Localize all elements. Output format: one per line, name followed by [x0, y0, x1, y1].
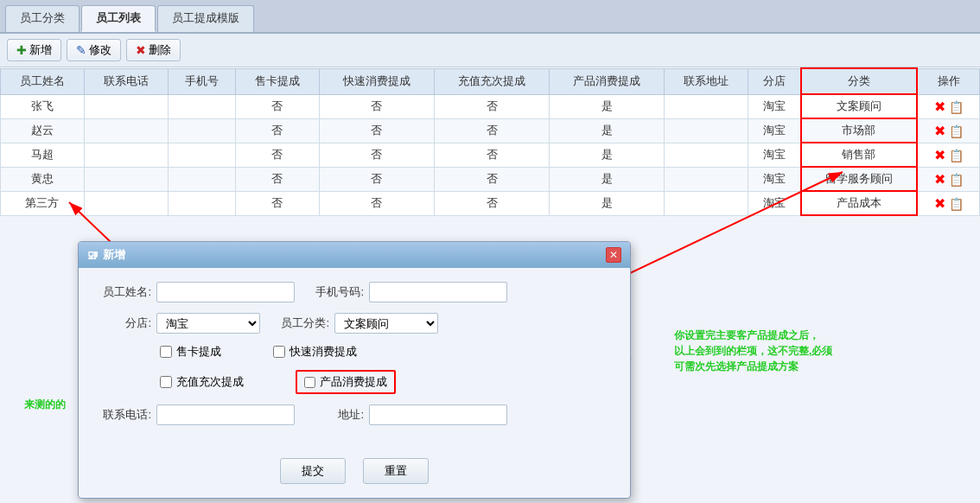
- add-icon: ✚: [16, 43, 27, 57]
- new-employee-dialog: 🖳 新增 ✕ 员工姓名: 手机号码: 分店:: [78, 241, 631, 499]
- submit-button[interactable]: 提交: [280, 458, 346, 484]
- table-cell: [84, 143, 168, 167]
- table-cell: [665, 94, 748, 118]
- table-row: 赵云否否否是淘宝市场部✖📋: [1, 118, 980, 143]
- table-cell: 淘宝: [748, 118, 801, 143]
- table-cell: 否: [434, 167, 549, 191]
- table-cell: 否: [319, 94, 434, 118]
- employee-table: 员工姓名 联系电话 手机号 售卡提成 快速消费提成 充值充次提成 产品消费提成 …: [0, 67, 980, 216]
- quick-checkbox-group: 快速消费提成: [273, 344, 357, 360]
- table-cell: [84, 191, 168, 215]
- address-input[interactable]: [369, 404, 507, 425]
- table-cell: 否: [236, 118, 320, 143]
- edit-button[interactable]: ✎ 修改: [67, 39, 121, 61]
- table-cell-category: 市场部: [801, 118, 918, 143]
- recharge-checkbox[interactable]: [160, 376, 172, 388]
- address-group: 地址:: [312, 404, 507, 425]
- checkbox-row-1: 售卡提成 快速消费提成: [99, 344, 609, 360]
- quick-checkbox[interactable]: [273, 346, 285, 358]
- table-cell: 否: [434, 118, 549, 143]
- recharge-checkbox-label: 充值充次提成: [176, 374, 244, 390]
- recharge-checkbox-group: 充值充次提成: [160, 370, 244, 394]
- th-name: 员工姓名: [1, 68, 85, 94]
- th-op: 操作: [917, 68, 979, 94]
- table-cell: 否: [236, 167, 320, 191]
- th-phone: 联系电话: [84, 68, 168, 94]
- name-input[interactable]: [156, 282, 295, 302]
- dialog-title: 🖳 新增: [87, 247, 125, 263]
- delete-button[interactable]: ✖ 删除: [126, 39, 181, 61]
- quick-checkbox-label: 快速消费提成: [290, 344, 357, 360]
- table-row: 马超否否否是淘宝销售部✖📋: [1, 143, 980, 167]
- table-cell-category: 产品成本: [801, 191, 918, 215]
- table-cell: 否: [236, 191, 320, 215]
- table-cell: [665, 118, 748, 143]
- tab-employee-list[interactable]: 员工列表: [81, 5, 156, 32]
- table-cell: [84, 94, 168, 118]
- form-row-2: 分店: 淘宝 员工分类: 文案顾问 市场部 销售部 留学服务顾问 产品成本: [99, 313, 609, 334]
- row-delete-icon[interactable]: ✖: [934, 124, 945, 138]
- mobile-input[interactable]: [369, 282, 507, 302]
- name-group: 员工姓名:: [99, 282, 295, 302]
- toolbar: ✚ 新增 ✎ 修改 ✖ 删除: [0, 34, 980, 67]
- table-cell: 赵云: [1, 118, 85, 143]
- dialog-close-button[interactable]: ✕: [606, 247, 621, 263]
- table-cell: 否: [434, 191, 549, 215]
- table-wrapper: 员工姓名 联系电话 手机号 售卡提成 快速消费提成 充值充次提成 产品消费提成 …: [0, 67, 980, 216]
- row-edit-icon[interactable]: 📋: [949, 124, 964, 138]
- table-cell: 第三方: [1, 191, 85, 215]
- product-checkbox[interactable]: [304, 377, 315, 388]
- table-cell: [168, 143, 236, 167]
- row-delete-icon[interactable]: ✖: [934, 196, 945, 211]
- table-row: 黄忠否否否是淘宝留学服务顾问✖📋: [1, 167, 980, 191]
- row-edit-icon[interactable]: 📋: [949, 149, 964, 162]
- row-edit-icon[interactable]: 📋: [949, 100, 964, 114]
- tab-employee-commission[interactable]: 员工提成模版: [157, 5, 254, 32]
- th-card: 售卡提成: [236, 68, 320, 94]
- delete-icon: ✖: [136, 43, 146, 57]
- row-edit-icon[interactable]: 📋: [949, 197, 964, 211]
- table-cell: 否: [236, 94, 320, 118]
- name-label: 员工姓名:: [99, 284, 151, 300]
- table-cell: 否: [319, 167, 434, 191]
- dialog-footer: 提交 重置: [79, 449, 630, 498]
- table-cell-category: 文案顾问: [801, 94, 918, 118]
- row-delete-icon[interactable]: ✖: [934, 148, 945, 162]
- row-delete-icon[interactable]: ✖: [934, 172, 945, 187]
- table-cell-op: ✖📋: [917, 191, 979, 215]
- add-button[interactable]: ✚ 新增: [7, 39, 61, 61]
- card-checkbox-group: 售卡提成: [160, 344, 221, 360]
- category-select[interactable]: 文案顾问 市场部 销售部 留学服务顾问 产品成本: [334, 313, 438, 334]
- contact-label: 联系电话:: [99, 407, 151, 423]
- table-cell: 淘宝: [748, 94, 801, 118]
- table-cell: 淘宝: [748, 143, 801, 167]
- reset-button[interactable]: 重置: [363, 458, 429, 484]
- annotation-left: 来测的的: [24, 397, 66, 412]
- dialog-body: 员工姓名: 手机号码: 分店: 淘宝 员工分类:: [79, 268, 630, 449]
- contact-input[interactable]: [156, 404, 295, 425]
- table-cell: 黄忠: [1, 167, 85, 191]
- table-cell: 是: [550, 191, 665, 215]
- table-cell: 淘宝: [748, 167, 801, 191]
- table-cell-category: 销售部: [801, 143, 918, 167]
- table-row: 第三方否否否是淘宝产品成本✖📋: [1, 191, 980, 215]
- dialog-icon: 🖳: [87, 249, 99, 262]
- table-cell: 否: [434, 143, 549, 167]
- row-delete-icon[interactable]: ✖: [934, 99, 945, 114]
- table-cell: [84, 118, 168, 143]
- table-cell: [665, 143, 748, 167]
- form-row-1: 员工姓名: 手机号码:: [99, 282, 609, 302]
- mobile-label: 手机号码:: [312, 284, 364, 300]
- table-cell: 是: [550, 143, 665, 167]
- main-area: ✚ 新增 ✎ 修改 ✖ 删除 员工姓名 联系电话 手机号 售卡提成 快速消费提成…: [0, 34, 980, 503]
- table-cell: [168, 118, 236, 143]
- card-checkbox[interactable]: [160, 346, 172, 358]
- store-select[interactable]: 淘宝: [156, 313, 260, 334]
- table-cell: 否: [319, 143, 434, 167]
- card-checkbox-label: 售卡提成: [176, 344, 221, 360]
- store-group: 分店: 淘宝: [99, 313, 260, 334]
- tab-employee-category[interactable]: 员工分类: [5, 5, 80, 32]
- table-cell: [168, 191, 236, 215]
- th-address: 联系地址: [665, 68, 748, 94]
- row-edit-icon[interactable]: 📋: [949, 173, 964, 187]
